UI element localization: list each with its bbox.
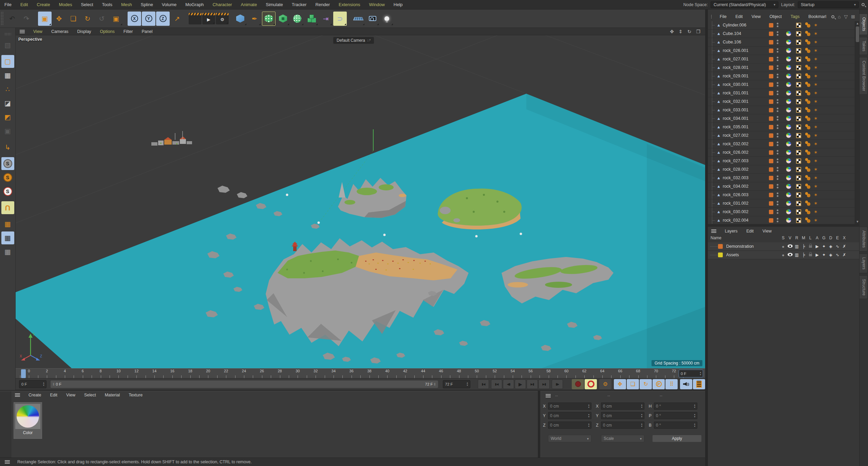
normal-tag-icon[interactable]: ✶ <box>814 192 818 197</box>
uvw-tag-icon[interactable] <box>796 218 801 223</box>
visibility-dots[interactable] <box>777 150 778 155</box>
expressions-toggle-icon[interactable]: ∿ <box>834 253 841 257</box>
panel-tab[interactable]: Takes <box>860 37 868 55</box>
layer-color-chip[interactable] <box>769 91 773 95</box>
lock-toggle-icon[interactable] <box>807 244 814 249</box>
goto-end-button[interactable]: ▮▶ <box>552 379 563 389</box>
texture-tag-icon[interactable] <box>786 56 791 62</box>
object-row[interactable]: ▲ rock_034.002 ✶ <box>708 182 860 191</box>
normal-tag-icon[interactable]: ✶ <box>814 40 818 44</box>
normal-tag-icon[interactable]: ✶ <box>814 116 818 121</box>
layer-color-chip[interactable] <box>718 244 723 249</box>
normal-tag-icon[interactable]: ✶ <box>814 175 818 180</box>
spinner-arrows[interactable]: ▴▾ <box>641 404 642 408</box>
make-editable[interactable]: ▧ <box>1 39 14 52</box>
normal-tag-icon[interactable]: ✶ <box>814 31 818 36</box>
object-row[interactable]: ▲ rock_034.001 ✶ <box>708 114 860 123</box>
generators-toggle-icon[interactable]: ✦ <box>820 253 827 257</box>
goto-prev-key-button[interactable]: ▮◀ <box>491 379 502 389</box>
phong-tag-icon[interactable] <box>805 175 811 181</box>
phong-tag-icon[interactable] <box>805 184 811 189</box>
x-axis-lock[interactable]: X <box>128 12 141 26</box>
texture-tag-icon[interactable] <box>786 107 791 113</box>
size-field[interactable]: 0 cm ▴▾ <box>601 422 644 429</box>
spinner-arrows[interactable]: ▴▾ <box>43 382 44 386</box>
psr-tool[interactable]: ↺ <box>95 12 109 26</box>
point-mode[interactable]: ∴ <box>1 83 14 96</box>
uvw-tag-icon[interactable] <box>796 125 801 130</box>
timeline-ruler[interactable]: 0246810121416182022242628303234363840424… <box>16 368 705 378</box>
object-row[interactable]: ▲ Cylinder.006 ✶ <box>708 21 860 30</box>
texture-tag-icon[interactable] <box>786 218 791 223</box>
menu-item[interactable]: Render <box>311 2 334 7</box>
texture-tag-icon[interactable] <box>786 158 791 164</box>
uvw-tag-icon[interactable] <box>796 31 801 36</box>
phong-tag-icon[interactable] <box>805 48 811 53</box>
visibility-dots[interactable] <box>777 74 778 79</box>
layer-color-chip[interactable] <box>769 49 773 53</box>
rectangle-selection-tool[interactable]: ▣ <box>109 12 123 26</box>
uvw-tag-icon[interactable] <box>796 201 801 206</box>
panel-divider[interactable] <box>705 10 707 466</box>
normal-tag-icon[interactable]: ✶ <box>814 48 818 53</box>
manager-toggle-icon[interactable]: ╞ <box>800 253 807 257</box>
uvw-tag-icon[interactable] <box>796 184 801 189</box>
pen-spline-tool[interactable]: ✒ <box>248 12 261 26</box>
phong-tag-icon[interactable] <box>805 141 811 147</box>
object-row[interactable]: ▲ rock_035.001 ✶ <box>708 123 860 131</box>
rotate-tool[interactable]: ↻ <box>81 12 94 26</box>
material-item[interactable]: Color <box>14 402 42 439</box>
object-row[interactable]: ▲ rock_030.002 ✶ <box>708 208 860 216</box>
scale-tool[interactable]: ❏ <box>67 12 80 26</box>
uvw-tag-icon[interactable] <box>796 116 801 121</box>
rotation-field[interactable]: 0 ° ▴▾ <box>654 412 697 419</box>
menu-item[interactable]: Select <box>76 2 97 7</box>
menu-item[interactable]: Simulate <box>261 2 287 7</box>
rotate-view-icon[interactable]: ↻ <box>687 29 692 34</box>
solo-toggle-icon[interactable]: ● <box>780 244 787 249</box>
zoom-view-icon[interactable]: ⇕ <box>679 29 683 34</box>
panel-tab[interactable]: Attributes <box>860 227 868 251</box>
manager-toggle-icon[interactable]: ╞ <box>800 244 807 249</box>
layer-color-chip[interactable] <box>718 253 723 257</box>
hamburger-icon[interactable] <box>5 462 10 462</box>
menu-item[interactable]: File <box>0 2 16 7</box>
visibility-dots[interactable] <box>777 167 778 172</box>
texture-tag-icon[interactable] <box>786 90 791 96</box>
visibility-dots[interactable] <box>777 23 778 28</box>
texture-tag-icon[interactable] <box>786 133 791 138</box>
uvw-tag-icon[interactable] <box>796 82 801 87</box>
layer-row[interactable]: Assets ● ▥ ╞ ▶ ✦ ◈ ∿ ✗ <box>708 251 860 259</box>
scrollbar[interactable]: ▲ ▼ <box>855 21 860 224</box>
texture-tag-icon[interactable] <box>786 65 791 70</box>
menu-item[interactable]: Volume <box>157 2 181 7</box>
panel-splitter[interactable] <box>708 224 860 227</box>
menu-item[interactable]: Mesh <box>117 2 136 7</box>
layers-menu-item[interactable]: View <box>758 229 776 234</box>
uvw-tag-icon[interactable] <box>796 57 801 62</box>
layer-color-chip[interactable] <box>769 32 773 36</box>
layer-color-chip[interactable] <box>769 99 773 104</box>
home-icon[interactable]: ⌂ <box>838 14 841 19</box>
animation-toggle-icon[interactable]: ▶ <box>814 253 820 257</box>
object-row[interactable]: ▲ rock_031.001 ✶ <box>708 89 860 97</box>
uvw-tag-icon[interactable] <box>796 108 801 113</box>
spinner-arrows[interactable]: ▴▾ <box>588 423 589 427</box>
animation-toggle-icon[interactable]: ▶ <box>814 244 820 249</box>
viewport-menu-item[interactable]: Filter <box>119 29 137 34</box>
phong-tag-icon[interactable] <box>805 150 811 155</box>
panel-tab[interactable]: Layers <box>860 254 868 273</box>
redo-icon[interactable]: ↷ <box>20 12 33 26</box>
texture-tag-icon[interactable] <box>786 31 791 36</box>
panel-grip[interactable] <box>0 391 11 458</box>
material-menu-item[interactable]: Select <box>80 393 100 397</box>
layer-color-chip[interactable] <box>769 74 773 78</box>
texture-tag-icon[interactable] <box>786 209 791 215</box>
menu-item[interactable]: Create <box>32 2 54 7</box>
phong-tag-icon[interactable] <box>805 82 811 87</box>
layer-color-chip[interactable] <box>769 116 773 121</box>
panel-tab[interactable]: Content Browser <box>860 57 868 95</box>
viewport-menu-item[interactable]: Cameras <box>47 29 73 34</box>
object-manager-menu-item[interactable]: View <box>747 14 765 19</box>
workplane-toggle[interactable]: ▦ <box>1 218 14 230</box>
